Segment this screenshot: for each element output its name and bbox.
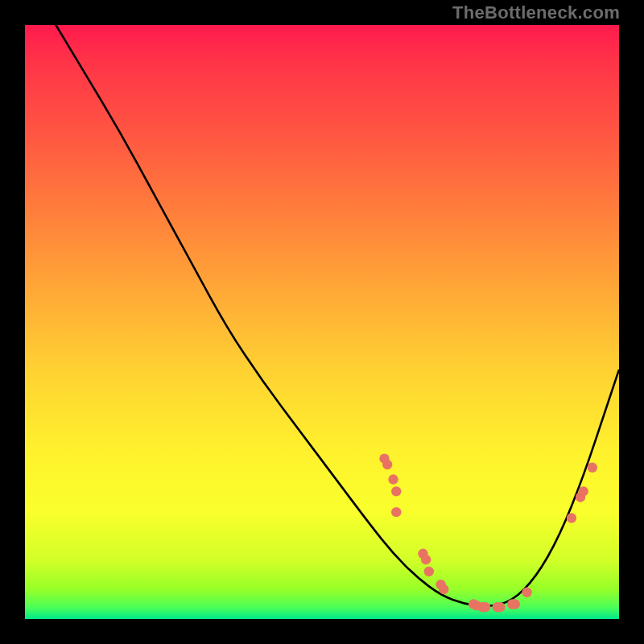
data-marker <box>567 513 576 522</box>
data-marker <box>391 507 401 517</box>
data-marker <box>424 567 434 576</box>
data-marker <box>510 599 520 609</box>
data-marker <box>439 584 448 594</box>
data-marker <box>382 460 392 469</box>
data-marker <box>495 602 505 612</box>
data-marker <box>388 474 398 484</box>
data-marker <box>391 486 401 496</box>
data-marker <box>421 555 431 564</box>
data-marker <box>579 486 588 496</box>
chart-overlay <box>25 25 619 619</box>
watermark-text: TheBottleneck.com <box>452 2 620 23</box>
data-marker <box>522 588 531 597</box>
data-marker <box>588 463 597 473</box>
outer-frame: TheBottleneck.com <box>0 0 644 644</box>
data-marker <box>481 602 490 612</box>
marker-group <box>379 454 597 613</box>
bottleneck-curve <box>49 13 619 606</box>
